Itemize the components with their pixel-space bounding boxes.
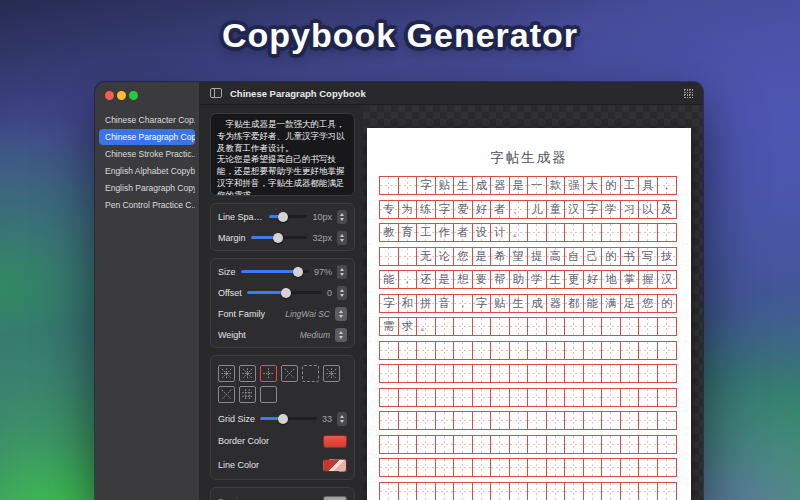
- grid-style-button-diag-6[interactable]: [218, 386, 235, 403]
- size-slider[interactable]: [241, 270, 309, 273]
- grid-cell: 您: [639, 295, 658, 312]
- grid-cell: [417, 342, 436, 359]
- grid-cell: 字: [380, 295, 399, 312]
- grid-cell: [380, 436, 399, 453]
- grid-cell: 工: [621, 177, 640, 194]
- grid-cell: [547, 342, 566, 359]
- grid-cell: [528, 224, 547, 241]
- grid-view-icon[interactable]: [684, 89, 693, 98]
- grid-cell: [380, 342, 399, 359]
- grid-cell: [491, 342, 510, 359]
- sidebar-item-2[interactable]: Chinese Stroke Practic...: [99, 146, 195, 162]
- grid-cell: 和: [399, 295, 418, 312]
- grid-row: [379, 411, 677, 430]
- grid-cell: 希: [491, 248, 510, 265]
- grid-cell: 、: [510, 201, 529, 218]
- grid-cell: [510, 412, 529, 429]
- grid-style-button-mi-0[interactable]: [218, 365, 235, 382]
- offset-slider[interactable]: [247, 291, 322, 294]
- grid-cell: [602, 318, 621, 335]
- grid-size-slider[interactable]: [260, 417, 317, 420]
- grid-style-button-empty-8[interactable]: [260, 386, 277, 403]
- grid-style-button-mi-1[interactable]: [239, 365, 256, 382]
- margin-stepper[interactable]: [337, 231, 347, 245]
- sidebar-item-0[interactable]: Chinese Character Cop...: [99, 112, 195, 128]
- description-textarea[interactable]: 字贴生成器是一款强大的工具，专为练字爱好者、儿童汉字学习以及教育工作者设计。 无…: [210, 113, 355, 196]
- line-spacing-slider[interactable]: [269, 215, 307, 218]
- size-value: 97%: [314, 267, 332, 277]
- preview-area: 字帖生成器 字贴生成器是一款强大的工具，专为练字爱好者、儿童汉字学习以及教育工作…: [363, 105, 703, 500]
- grid-style-button-nine-7[interactable]: [239, 386, 256, 403]
- grid-cell: 字: [436, 201, 455, 218]
- grid-cell: 能: [584, 295, 603, 312]
- size-stepper[interactable]: [337, 265, 347, 279]
- grid-cell: ，: [658, 177, 677, 194]
- grid-cell: [639, 483, 658, 500]
- grid-cell: [584, 389, 603, 406]
- grid-row: 能，还是想要帮助学生更好地掌握汉: [379, 270, 677, 289]
- weight-dropdown[interactable]: [335, 328, 347, 342]
- grid-cell: 者: [491, 201, 510, 218]
- grid-cell: 的: [602, 177, 621, 194]
- window-titlebar: Chinese Paragraph Copybook: [200, 82, 703, 105]
- close-button[interactable]: [105, 91, 114, 100]
- grid-cell: [584, 318, 603, 335]
- window-title: Chinese Paragraph Copybook: [230, 88, 366, 99]
- grid-cell: [639, 224, 658, 241]
- font-family-dropdown[interactable]: [335, 307, 347, 321]
- grid-style-button-cross-2[interactable]: [260, 365, 277, 382]
- margin-slider[interactable]: [251, 236, 308, 239]
- grid-cell: 贴: [436, 177, 455, 194]
- sidebar-item-1[interactable]: Chinese Paragraph Cop...: [99, 129, 195, 145]
- line-color-swatch[interactable]: [323, 459, 347, 472]
- grid-cell: 是: [436, 271, 455, 288]
- grid-style-button-box-dashed-4[interactable]: [302, 365, 319, 382]
- grid-cell: 帮: [491, 271, 510, 288]
- grid-cell: 工: [417, 224, 436, 241]
- grid-cell: [658, 459, 677, 476]
- grid-cell: [436, 483, 455, 500]
- sidebar-item-5[interactable]: Pen Control Practice C...: [99, 197, 195, 213]
- grid-cell: [565, 436, 584, 453]
- grid-cell: 满: [602, 295, 621, 312]
- grid-cell: 写: [639, 248, 658, 265]
- grid-size-row: Grid Size 33: [211, 408, 354, 429]
- line-spacing-stepper[interactable]: [337, 210, 347, 224]
- grid-style-button-mi-5[interactable]: [323, 365, 340, 382]
- grid-cell: 音: [436, 295, 455, 312]
- sidebar-toggle-icon[interactable]: [210, 88, 222, 98]
- preview-grid: 字贴生成器是一款强大的工具，专为练字爱好者、儿童汉字学习以及教育工作者设计。无论…: [379, 176, 691, 500]
- offset-row: Offset 0: [211, 282, 354, 303]
- page-title: 字帖生成器: [367, 149, 691, 167]
- desktop: { "app_title": "Copybook Generator", "co…: [0, 0, 800, 500]
- minimize-button[interactable]: [117, 91, 126, 100]
- offset-stepper[interactable]: [337, 286, 347, 300]
- font-family-value: LingWai SC: [285, 309, 330, 319]
- grid-cell: [473, 342, 492, 359]
- grid-style-button-diag-3[interactable]: [281, 365, 298, 382]
- line-spacing-row: Line Spacing 10px: [211, 206, 354, 227]
- grid-cell: [417, 436, 436, 453]
- grid-row: 字贴生成器是一款强大的工具，: [379, 176, 677, 195]
- grid-cell: [621, 412, 640, 429]
- grid-cell: 款: [547, 177, 566, 194]
- sidebar-item-4[interactable]: English Paragraph Copy...: [99, 180, 195, 196]
- grid-cell: [658, 412, 677, 429]
- grid-cell: [399, 342, 418, 359]
- grid-size-stepper[interactable]: [337, 412, 347, 426]
- tracing-swatch[interactable]: [323, 496, 347, 500]
- grid-cell: [417, 389, 436, 406]
- offset-value: 0: [327, 288, 332, 298]
- border-color-swatch[interactable]: [323, 435, 347, 448]
- grid-cell: 爱: [454, 201, 473, 218]
- grid-cell: [547, 318, 566, 335]
- margin-label: Margin: [218, 233, 246, 243]
- grid-cell: [491, 459, 510, 476]
- grid-cell: 一: [528, 177, 547, 194]
- grid-cell: 好: [473, 201, 492, 218]
- zoom-button[interactable]: [129, 91, 138, 100]
- sidebar-item-3[interactable]: English Alphabet Copyb...: [99, 163, 195, 179]
- grid-cell: [399, 459, 418, 476]
- grid-cell: 您: [454, 248, 473, 265]
- sidebar-list: Chinese Character Cop...Chinese Paragrap…: [95, 112, 199, 213]
